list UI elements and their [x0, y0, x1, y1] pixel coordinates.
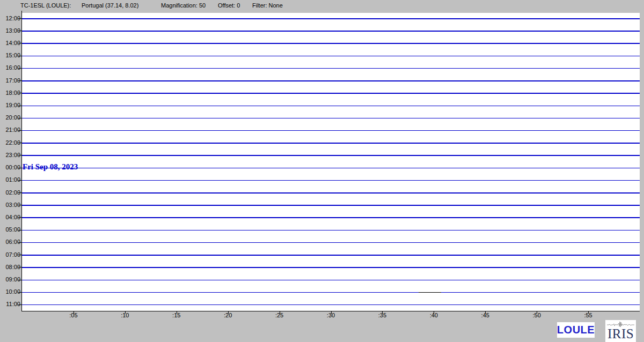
y-axis-label: 10:00	[0, 288, 20, 295]
trace-line	[22, 280, 640, 281]
y-axis-label: 18:00	[0, 90, 20, 96]
x-axis-label: :30	[320, 312, 342, 318]
y-axis-label: 04:00	[0, 214, 20, 221]
y-axis-label: 14:00	[0, 40, 20, 47]
y-axis-label: 19:00	[0, 102, 20, 109]
y-axis-label: 16:00	[0, 64, 20, 71]
trace-gap-segment	[419, 292, 441, 293]
trace-line	[22, 304, 640, 306]
trace-line	[22, 93, 640, 94]
y-axis-tick	[18, 205, 22, 205]
y-axis-tick	[18, 267, 22, 267]
x-axis-label: :05	[63, 312, 84, 318]
x-axis-label: :40	[423, 312, 444, 318]
y-axis-label: 02:00	[0, 189, 20, 196]
x-axis-label: :20	[217, 312, 239, 318]
header-location: Portugal (37.14, 8.02)	[82, 2, 138, 9]
trace-line	[22, 255, 640, 256]
y-axis-label: 05:00	[0, 226, 20, 233]
trace-line	[22, 217, 640, 218]
y-axis-label: 01:00	[0, 176, 20, 183]
y-axis-tick	[18, 56, 22, 56]
y-axis-label: 08:00	[0, 264, 20, 271]
y-axis-tick	[18, 168, 22, 168]
y-axis-tick	[18, 93, 22, 93]
y-axis-label: 23:00	[0, 152, 20, 159]
trace-line	[22, 118, 640, 119]
y-axis-label: 22:00	[0, 139, 20, 146]
y-axis-label: 13:00	[0, 27, 20, 34]
y-axis-label: 15:00	[0, 52, 20, 59]
x-axis-label: :10	[114, 312, 136, 318]
trace-line	[22, 205, 640, 206]
y-axis-label: 09:00	[0, 276, 20, 283]
trace-line	[22, 168, 640, 169]
y-axis-label: 07:00	[0, 251, 20, 258]
trace-line	[22, 143, 640, 144]
trace-line	[22, 56, 640, 57]
trace-line	[22, 192, 640, 194]
y-axis-tick	[18, 192, 22, 193]
header-filter: Filter: None	[252, 2, 283, 9]
trace-line	[22, 230, 640, 231]
header-station: TC-1ESL (LOULE):	[20, 2, 71, 9]
x-axis-label: :15	[166, 312, 187, 318]
trace-line	[22, 155, 640, 156]
trace-line	[22, 267, 640, 268]
y-axis-label: 11:00	[0, 301, 20, 308]
y-axis-tick	[18, 106, 22, 106]
x-axis-label: :25	[269, 312, 290, 318]
y-axis-label: 00:00	[0, 164, 20, 171]
y-axis-tick	[18, 255, 22, 255]
y-axis-tick	[18, 155, 22, 155]
trace-line	[22, 292, 640, 293]
y-axis-label: 06:00	[0, 239, 20, 246]
x-axis-label: :35	[371, 312, 393, 318]
y-axis-tick	[18, 18, 22, 19]
iris-logo-text: IRIS	[605, 327, 636, 340]
trace-line	[22, 106, 640, 107]
y-axis-tick	[18, 43, 22, 43]
trace-line	[22, 18, 640, 19]
y-axis-label: 03:00	[0, 202, 20, 209]
trace-line	[22, 130, 640, 131]
x-axis-label: :55	[577, 312, 599, 318]
y-axis-tick	[18, 292, 22, 293]
y-axis-tick	[18, 217, 22, 218]
y-axis-tick	[18, 280, 22, 280]
header-offset: Offset: 0	[218, 2, 240, 9]
trace-line	[22, 80, 640, 81]
x-axis-label: :50	[526, 312, 547, 318]
y-axis-tick	[18, 230, 22, 231]
station-badge: LOULE	[557, 322, 595, 338]
date-annotation: Fri Sep 08, 2023	[23, 162, 78, 172]
trace-line	[22, 180, 640, 181]
header-magnification: Magnification: 50	[161, 2, 206, 9]
y-axis-tick	[18, 31, 22, 31]
y-axis-tick	[18, 130, 22, 131]
trace-line	[22, 68, 640, 69]
y-axis-tick	[18, 80, 22, 81]
helicorder-plot-area	[22, 13, 640, 311]
y-axis-label: 20:00	[0, 114, 20, 121]
y-axis-label: 12:00	[0, 15, 20, 22]
x-axis-label: :45	[474, 312, 496, 318]
trace-line	[22, 43, 640, 44]
y-axis-tick	[18, 242, 22, 243]
y-axis-label: 21:00	[0, 127, 20, 133]
y-axis-tick	[18, 304, 22, 305]
helicorder-window: TC-1ESL (LOULE): Portugal (37.14, 8.02) …	[0, 0, 644, 342]
trace-line	[22, 31, 640, 32]
y-axis-tick	[18, 68, 22, 69]
y-axis-tick	[18, 143, 22, 143]
y-axis-tick	[18, 118, 22, 118]
trace-line	[22, 242, 640, 243]
y-axis-label: 17:00	[0, 77, 20, 84]
iris-logo: IRIS	[605, 320, 636, 342]
y-axis-tick	[18, 180, 22, 181]
